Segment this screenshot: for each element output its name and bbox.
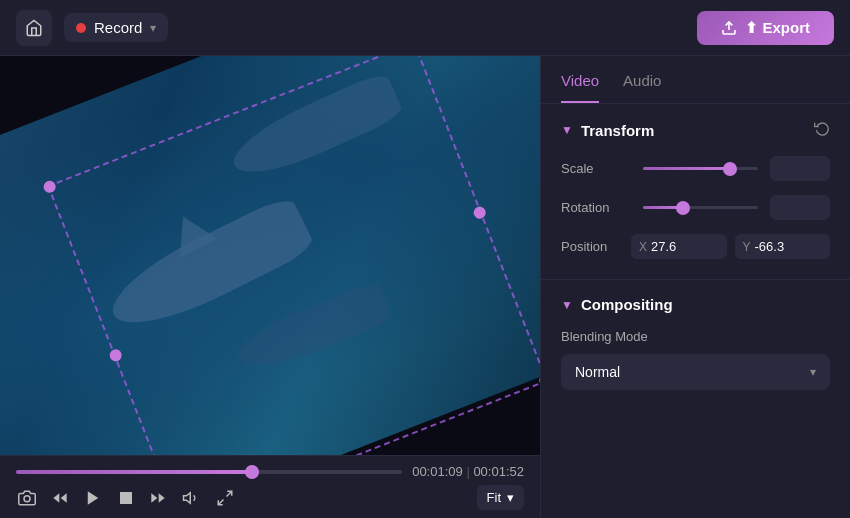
position-label: Position [561,239,631,254]
rotation-thumb[interactable] [676,201,690,215]
svg-marker-8 [184,492,191,503]
time-display: 00:01:09 | 00:01:52 [412,464,524,479]
svg-marker-4 [88,491,99,505]
ctrl-left [16,487,236,509]
compositing-collapse-icon[interactable]: ▼ [561,298,573,312]
transform-collapse-icon[interactable]: ▼ [561,123,573,137]
video-canvas[interactable] [0,56,540,455]
current-time: 00:01:09 [412,464,463,479]
svg-marker-2 [53,493,59,502]
ctrl-row: Fit ▾ [16,485,524,510]
position-inputs: X 27.6 Y -66.3 [631,234,830,259]
position-row: Position X 27.6 Y -66.3 [561,234,830,259]
home-button[interactable] [16,10,52,46]
record-dot-icon [76,23,86,33]
scale-slider[interactable] [643,167,758,170]
x-input-group[interactable]: X 27.6 [631,234,727,259]
forward-button[interactable] [148,488,168,508]
transform-title-row: ▼ Transform [561,122,654,139]
rewind-button[interactable] [50,488,70,508]
rotation-label: Rotation [561,200,631,215]
tab-audio[interactable]: Audio [623,72,661,103]
compositing-header: ▼ Compositing [561,296,830,313]
svg-marker-7 [151,493,157,502]
panel-tabs: Video Audio [541,56,850,104]
x-value: 27.6 [651,239,676,254]
rotation-row: Rotation 21.4° [561,195,830,220]
blending-mode-dropdown[interactable]: Normal ▾ [561,354,830,390]
fullscreen-button[interactable] [214,487,236,509]
svg-rect-5 [120,492,132,504]
volume-button[interactable] [180,487,202,509]
rotation-track [643,206,758,209]
transform-header: ▼ Transform [561,120,830,140]
blending-mode-label: Blending Mode [561,329,830,344]
header: Record ▾ ⬆ Export [0,0,850,56]
export-button[interactable]: ⬆ Export [697,11,834,45]
blending-mode-value: Normal [575,364,620,380]
record-button[interactable]: Record ▾ [64,13,168,42]
progress-fill [16,470,252,474]
y-input-group[interactable]: Y -66.3 [735,234,831,259]
svg-marker-6 [159,493,165,502]
fit-dropdown[interactable]: Fit ▾ [477,485,524,510]
svg-line-9 [227,491,232,496]
scale-value[interactable]: 176% [770,156,830,181]
x-axis-label: X [639,240,647,254]
scale-track [643,167,758,170]
camera-button[interactable] [16,487,38,509]
right-panel: Video Audio ▼ Transform [540,56,850,518]
video-content [0,56,540,455]
main-content: 00:01:09 | 00:01:52 [0,56,850,518]
scale-fill [643,167,730,170]
svg-line-10 [218,499,223,504]
transform-title: Transform [581,122,654,139]
rotation-value[interactable]: 21.4° [770,195,830,220]
video-frame [0,56,540,455]
scale-row: Scale 176% [561,156,830,181]
svg-point-1 [24,495,30,501]
rotation-slider[interactable] [643,206,758,209]
header-left: Record ▾ [16,10,168,46]
stop-button[interactable] [116,488,136,508]
fit-chevron-icon: ▾ [507,490,514,505]
video-area: 00:01:09 | 00:01:52 [0,56,540,518]
export-label: ⬆ Export [745,19,810,37]
progress-row: 00:01:09 | 00:01:52 [16,464,524,479]
compositing-section: ▼ Compositing Blending Mode Normal ▾ [541,280,850,406]
blend-chevron-icon: ▾ [810,365,816,379]
record-label: Record [94,19,142,36]
scale-label: Scale [561,161,631,176]
progress-bar[interactable] [16,470,402,474]
tab-video[interactable]: Video [561,72,599,103]
fit-label: Fit [487,490,501,505]
compositing-title-row: ▼ Compositing [561,296,673,313]
transform-reset-button[interactable] [814,120,830,140]
total-time: 00:01:52 [473,464,524,479]
transform-section: ▼ Transform Scale [541,104,850,280]
compositing-title: Compositing [581,296,673,313]
scale-thumb[interactable] [723,162,737,176]
playback-controls: 00:01:09 | 00:01:52 [0,455,540,518]
chevron-down-icon: ▾ [150,21,156,35]
y-axis-label: Y [743,240,751,254]
play-button[interactable] [82,487,104,509]
ctrl-right: Fit ▾ [477,485,524,510]
progress-thumb[interactable] [245,465,259,479]
svg-marker-3 [61,493,67,502]
y-value: -66.3 [755,239,785,254]
